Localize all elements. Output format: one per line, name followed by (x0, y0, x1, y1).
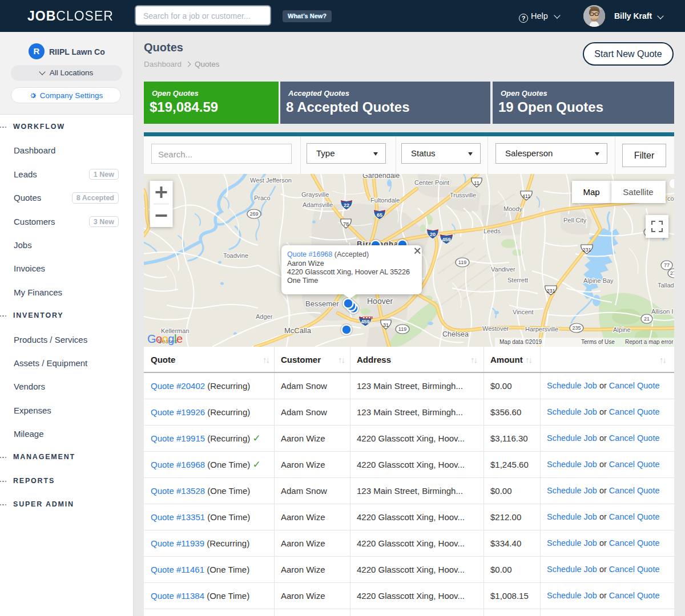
svg-text:269: 269 (249, 211, 258, 217)
svg-text:McCalla: McCalla (284, 326, 312, 335)
svg-text:Moody: Moody (503, 205, 523, 212)
svg-text:Vandiver: Vandiver (491, 266, 515, 273)
svg-text:459: 459 (442, 237, 450, 242)
svg-text:65: 65 (377, 212, 382, 218)
svg-text:Alpine Bay: Alpine Bay (583, 277, 614, 284)
svg-text:Trussville: Trussville (450, 192, 476, 198)
svg-text:Tallad: Tallad (658, 282, 674, 289)
svg-text:Gardendale: Gardendale (362, 174, 400, 180)
svg-text:col: col (667, 195, 674, 202)
svg-text:Terms of Use: Terms of Use (581, 339, 615, 345)
svg-text:Satellite: Satellite (623, 187, 653, 197)
svg-text:Fultondale: Fultondale (370, 197, 400, 204)
svg-text:21: 21 (644, 316, 650, 322)
svg-text:231: 231 (582, 247, 591, 253)
svg-text:Vincent: Vincent (513, 309, 534, 315)
svg-text:Aaron Wize: Aaron Wize (287, 260, 324, 268)
svg-text:31: 31 (383, 322, 389, 328)
svg-text:Report a map error: Report a map error (625, 339, 674, 345)
svg-text:Harpersville: Harpersville (525, 326, 558, 333)
svg-text:Chelsea: Chelsea (442, 330, 469, 338)
svg-text:Allison I: Allison I (651, 308, 674, 315)
svg-text:Sterrett: Sterrett (507, 277, 528, 283)
svg-text:119: 119 (458, 260, 466, 265)
svg-text:Graysville: Graysville (301, 191, 329, 198)
svg-text:22: 22 (344, 202, 349, 208)
svg-text:119: 119 (398, 326, 406, 332)
svg-text:Map: Map (583, 187, 599, 197)
svg-text:231: 231 (546, 288, 555, 294)
svg-text:Toadvine: Toadvine (223, 252, 248, 259)
svg-text:20: 20 (430, 232, 436, 237)
svg-text:77: 77 (664, 262, 670, 268)
svg-text:West Jefferson: West Jefferson (250, 177, 292, 184)
svg-text:Westover: Westover (482, 325, 509, 332)
svg-text:78: 78 (343, 221, 349, 227)
svg-text:Pell City: Pell City (563, 217, 587, 224)
svg-text:Leeds: Leeds (483, 228, 501, 234)
svg-text:27: 27 (670, 270, 674, 276)
svg-text:Bessemer: Bessemer (305, 299, 339, 308)
svg-text:Center Point: Center Point (414, 179, 449, 186)
svg-text:459: 459 (361, 319, 369, 325)
svg-text:Map data ©2019: Map data ©2019 (499, 339, 542, 345)
svg-text:Adger: Adger (256, 313, 273, 320)
svg-text:411: 411 (522, 193, 530, 199)
svg-text:11: 11 (474, 180, 479, 186)
svg-text:One Time: One Time (287, 277, 318, 285)
svg-text:Adamsville: Adamsville (303, 201, 333, 208)
svg-text:Hoover: Hoover (367, 297, 393, 306)
svg-text:4220 Glasscott Xing, Hoover AL: 4220 Glasscott Xing, Hoover AL 35226 (287, 268, 410, 276)
svg-text:235: 235 (572, 325, 581, 331)
svg-text:Google: Google (147, 333, 183, 345)
svg-text:Quote #16968 (Accepted): Quote #16968 (Accepted) (287, 250, 369, 258)
svg-text:Alpine: Alpine (613, 326, 631, 333)
svg-text:Praco: Praco (254, 194, 271, 201)
